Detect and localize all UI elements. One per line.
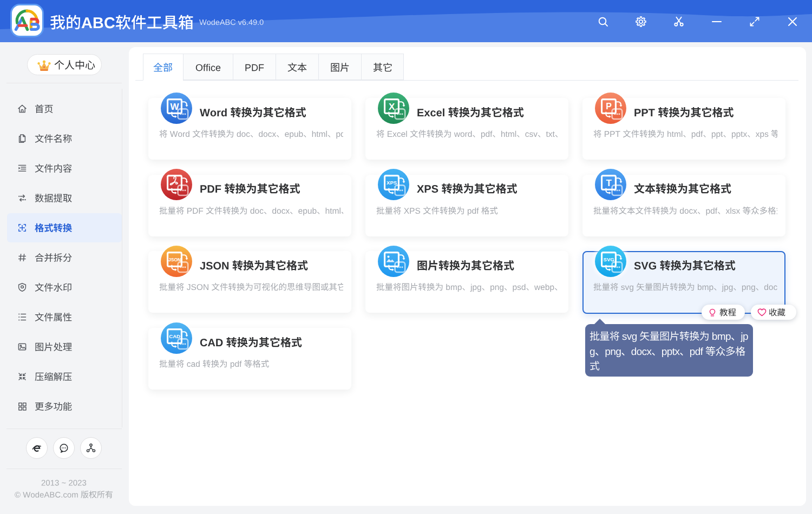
svg-text:X: X — [389, 102, 395, 112]
svg-text:XPS: XPS — [387, 180, 397, 186]
svg-text:JSON: JSON — [168, 257, 181, 262]
svg-text:CAD: CAD — [169, 333, 180, 339]
svg-text:P: P — [606, 102, 612, 111]
svg-text:T: T — [606, 178, 612, 188]
svg-text:SVG: SVG — [604, 256, 614, 262]
